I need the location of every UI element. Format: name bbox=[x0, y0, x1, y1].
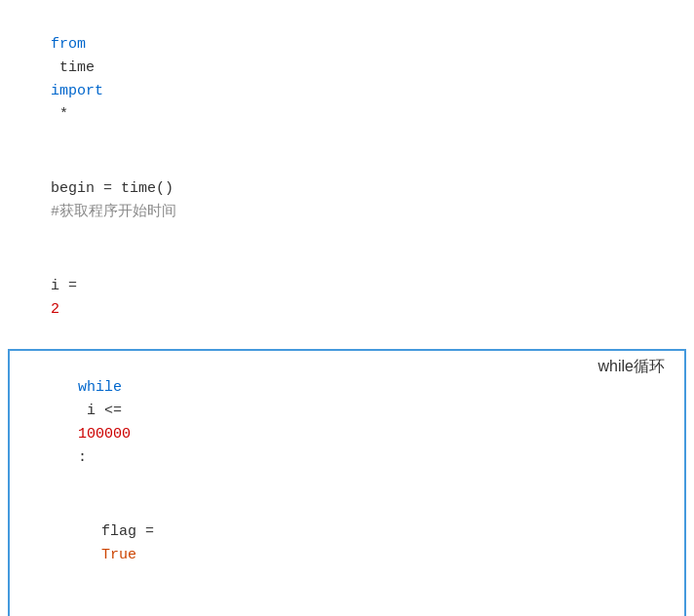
kw-from: from bbox=[51, 36, 86, 53]
line-flag-true: flag = True bbox=[10, 495, 684, 593]
while-outer-block: while循环 while i <= 100000 : flag = True … bbox=[8, 349, 686, 616]
line-begin: begin = time() #获取程序开始时间 bbox=[0, 152, 694, 250]
line-i-init: i = 2 bbox=[0, 250, 694, 347]
line-import: from time import * bbox=[0, 8, 694, 152]
code-editor: from time import * begin = time() #获取程序开… bbox=[0, 0, 694, 616]
kw-import: import bbox=[51, 83, 103, 99]
line-blank1 bbox=[10, 593, 684, 616]
line-while-outer: while i <= 100000 : bbox=[10, 351, 684, 495]
